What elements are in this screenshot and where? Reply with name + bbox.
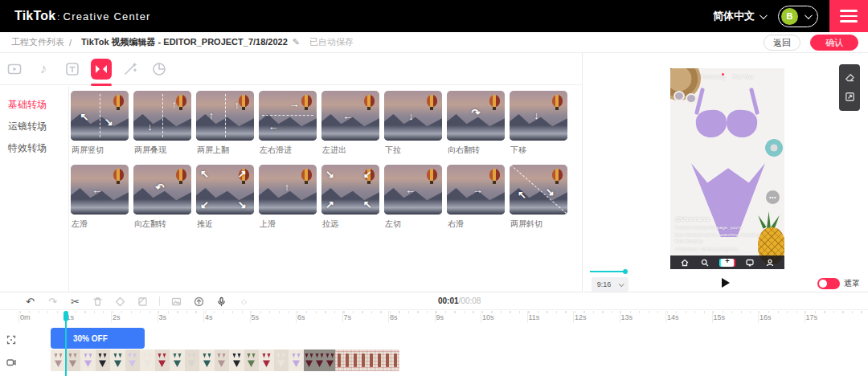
clip-frame <box>343 349 351 371</box>
transition-card[interactable]: →←左右滑进 <box>259 91 317 165</box>
music-note-icon: ♪ <box>40 62 47 76</box>
transition-label: 向左翻转 <box>134 219 191 230</box>
ruler-tick-label: 15s <box>714 313 726 321</box>
delete-icon[interactable] <box>92 296 104 308</box>
transition-label: 下移 <box>510 145 567 156</box>
account-menu[interactable]: B <box>778 6 818 27</box>
ruler-tick-label: 4s <box>205 313 213 321</box>
clip-frame <box>289 349 304 371</box>
logo-separator: : <box>57 12 59 22</box>
transition-card[interactable]: ←左滑 <box>71 165 129 239</box>
circle-icon[interactable]: ○ <box>238 296 250 308</box>
transition-arrow-icon: ↑ <box>285 182 290 192</box>
transition-label: 两屏上翻 <box>197 145 254 156</box>
transition-label: 向右翻转 <box>448 145 505 156</box>
profile-icon <box>766 259 774 267</box>
transition-card[interactable]: ↓↑两屏叠现 <box>133 91 191 165</box>
transition-card[interactable]: ↑上滑 <box>259 165 317 239</box>
timeline-ruler[interactable]: 0m1s2s3s4s5s6s7s8s9s10s11s12s13s14s15s16… <box>0 311 868 324</box>
chevron-down-icon <box>619 281 624 287</box>
transition-card[interactable]: ↖↗↙↘推近 <box>196 165 254 239</box>
transition-label: 两屏竖切 <box>72 145 129 156</box>
transition-arrow-icon: ↘ <box>326 169 334 179</box>
aspect-ratio-selector[interactable]: 9:16 <box>592 277 628 292</box>
create-icon <box>721 259 734 267</box>
transition-card[interactable]: ↘↙↗↖拉远 <box>321 165 379 239</box>
playhead-handle <box>63 311 68 321</box>
tab-music[interactable]: ♪ <box>33 59 54 80</box>
transition-arrow-icon: ↖ <box>80 112 89 122</box>
play-button[interactable] <box>722 278 730 288</box>
transition-label: 拉远 <box>322 219 379 230</box>
transition-card[interactable]: ↖↘两屏竖切 <box>71 91 129 165</box>
tab-sticker[interactable] <box>149 59 170 80</box>
record-icon[interactable] <box>193 296 205 308</box>
transition-label: 右滑 <box>448 219 505 230</box>
ruler-tick-label: 8s <box>390 313 398 321</box>
mask-toggle[interactable] <box>817 278 840 289</box>
canvas-icon[interactable] <box>170 296 182 308</box>
transition-arrow-icon: → <box>289 99 299 109</box>
transition-arrow-icon: ↶ <box>155 182 164 193</box>
toolbar-divider <box>159 296 160 306</box>
tab-text[interactable] <box>62 59 83 80</box>
ruler-tick-label: 11s <box>529 313 540 321</box>
transition-arrow-icon: ↗ <box>326 199 334 210</box>
breadcrumb-separator: / <box>69 38 72 47</box>
video-clip-strip[interactable] <box>51 349 399 371</box>
more-options-icon: ••• <box>766 190 780 204</box>
transition-label: 两屏斜切 <box>510 219 567 230</box>
hamburger-menu-button[interactable] <box>829 0 868 32</box>
undo-icon[interactable]: ↶ <box>24 296 36 308</box>
inbox-icon <box>746 259 754 267</box>
transition-card[interactable]: ←左进出 <box>321 91 379 165</box>
ruler-tick-label: 3s <box>159 313 167 321</box>
confirm-button[interactable]: 确认 <box>810 35 858 51</box>
transition-card[interactable]: ↷向右翻转 <box>447 91 505 165</box>
home-icon <box>681 259 689 267</box>
mic-icon[interactable] <box>215 296 227 308</box>
transition-arrow-icon: ↖ <box>200 169 209 179</box>
tab-effects[interactable] <box>120 59 141 80</box>
crop-icon[interactable] <box>137 296 149 308</box>
progress-handle[interactable] <box>623 269 628 274</box>
transition-arrow-icon: ← <box>92 185 102 195</box>
back-button[interactable]: 返回 <box>764 35 800 51</box>
transition-card[interactable]: ↖↘两屏斜切 <box>510 165 567 239</box>
transition-arrow-icon: ↖ <box>363 199 372 210</box>
transition-card[interactable]: ↶向左翻转 <box>133 165 191 239</box>
edit-title-icon[interactable]: ✎ <box>293 37 300 47</box>
clip-frame <box>185 349 200 371</box>
sidebar-item[interactable]: 特效转场 <box>0 137 68 159</box>
transition-card[interactable]: ↑↑两屏上翻 <box>196 91 254 165</box>
ruler-tick-label: 17s <box>806 313 818 321</box>
transition-card[interactable]: ↓下移 <box>510 91 567 165</box>
sidebar-item[interactable]: 基础转场 <box>0 94 68 116</box>
avatar: B <box>781 8 798 25</box>
preview-side-toolbar <box>839 64 860 111</box>
transition-label: 下拉 <box>385 145 442 156</box>
eraser-icon[interactable] <box>845 73 855 84</box>
tab-transition[interactable] <box>91 59 112 80</box>
language-selector[interactable]: 简体中文 <box>713 9 765 23</box>
clip-frame <box>140 349 155 371</box>
redo-icon[interactable]: ↷ <box>47 296 59 308</box>
erase-icon[interactable] <box>114 296 126 308</box>
tab-video[interactable] <box>4 59 25 80</box>
transition-card[interactable]: ←左切 <box>384 165 442 239</box>
video-caption: @Username If you're visiting this page, … <box>675 215 760 251</box>
transition-card[interactable]: ↓下拉 <box>384 91 442 165</box>
clip-frame <box>215 349 230 371</box>
for-you-tab-label: For You <box>733 74 754 80</box>
resize-icon[interactable] <box>845 92 855 102</box>
editor-panel: ♪ 基础转场运镜转场特效转场 ↖↘两屏竖切↓↑两屏叠现↑↑两屏上翻→←左右滑进←… <box>0 53 583 292</box>
sidebar-item[interactable]: 运镜转场 <box>0 116 68 137</box>
clip-frame <box>125 349 141 371</box>
preview-progress-bar[interactable] <box>590 271 625 272</box>
tiktok-logo[interactable]: TikTok : Creative Center <box>14 9 151 23</box>
transition-card[interactable]: →右滑 <box>447 165 505 239</box>
breadcrumb-root[interactable]: 工程文件列表 <box>11 36 64 48</box>
cut-icon[interactable]: ✂ <box>69 296 81 308</box>
bikini-top-image <box>691 92 764 142</box>
playhead[interactable] <box>65 311 67 376</box>
